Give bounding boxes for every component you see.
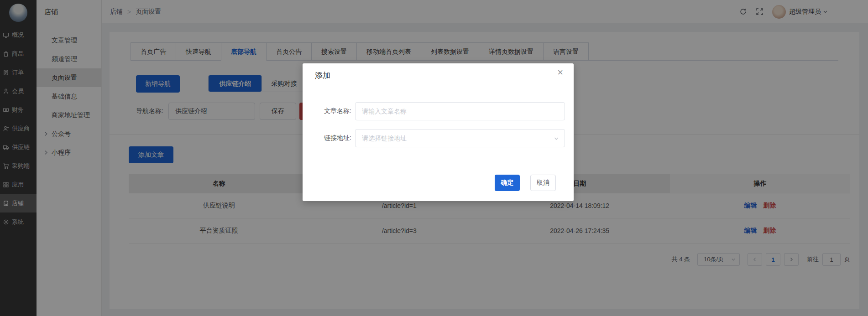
app-screen: 概况 商品 订单 会员 财务 供应商	[0, 0, 868, 316]
link-address-select[interactable]	[355, 129, 565, 147]
add-article-dialog: 添加 × 文章名称: 链接地址: 确定 取消	[303, 63, 574, 201]
article-name-input[interactable]	[355, 102, 565, 120]
close-icon[interactable]: ×	[554, 67, 566, 78]
dialog-title: 添加	[315, 70, 330, 81]
cancel-button[interactable]: 取消	[530, 175, 556, 191]
link-address-label: 链接地址:	[303, 134, 351, 142]
article-name-row: 文章名称:	[303, 102, 574, 120]
confirm-button[interactable]: 确定	[495, 175, 520, 191]
chevron-down-icon	[554, 136, 559, 141]
article-name-label: 文章名称:	[303, 107, 351, 115]
link-address-row: 链接地址:	[303, 129, 574, 147]
dialog-footer: 确定 取消	[495, 175, 556, 191]
